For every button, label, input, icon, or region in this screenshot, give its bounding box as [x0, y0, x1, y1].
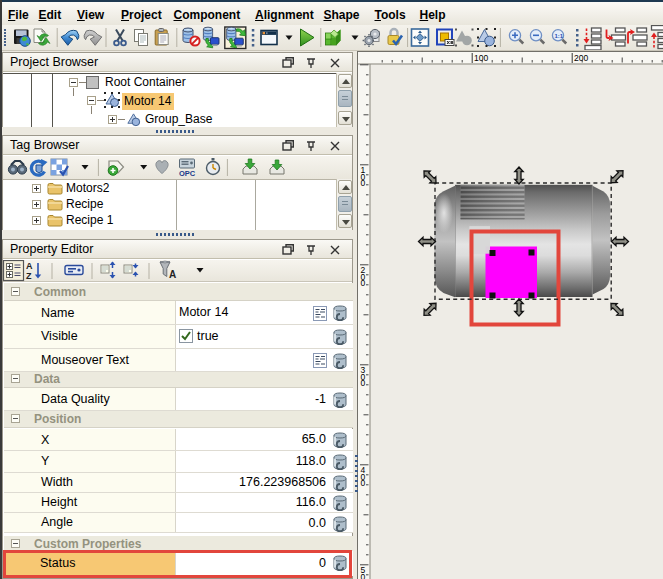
svg-text:0: 0 [361, 378, 366, 388]
svg-text:A: A [169, 269, 176, 280]
svg-text:0: 0 [361, 278, 366, 288]
svg-text:0: 0 [361, 178, 366, 188]
svg-text:Z: Z [26, 271, 32, 281]
svg-text:100: 100 [474, 53, 488, 63]
svg-text:200: 200 [574, 53, 588, 63]
svg-text:OPC: OPC [179, 169, 196, 178]
svg-text:A: A [26, 261, 33, 271]
svg-text:1:1: 1:1 [554, 33, 563, 39]
svg-text:0: 0 [361, 478, 366, 488]
